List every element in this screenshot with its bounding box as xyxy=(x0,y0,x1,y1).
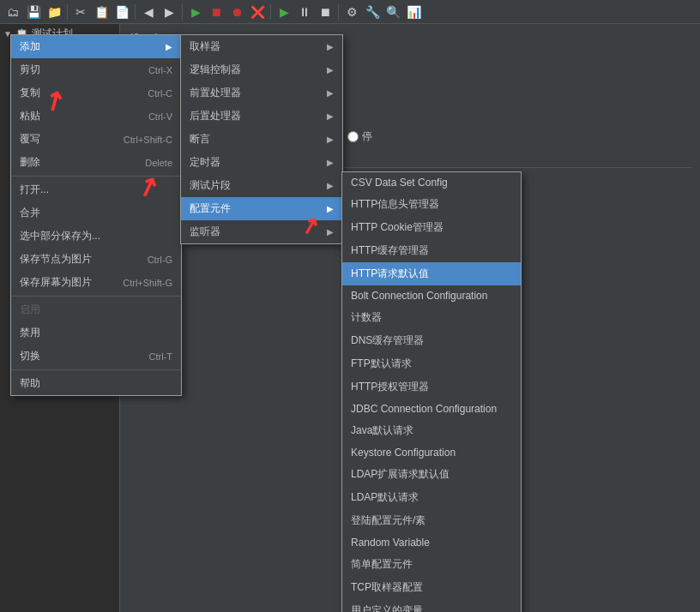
pre-processor-arrow-icon: ▶ xyxy=(327,88,334,98)
menu3-http-cookie[interactable]: HTTP Cookie管理器 xyxy=(342,216,521,239)
menu3-ldap-ext[interactable]: LDAP扩展请求默认值 xyxy=(342,463,521,486)
menu3-tcp[interactable]: TCP取样器配置 xyxy=(342,576,521,599)
timer-arrow-icon: ▶ xyxy=(327,158,334,167)
menu2-post-processor-label: 后置处理器 xyxy=(190,109,241,123)
toggle-shortcut: Ctrl-T xyxy=(149,351,173,362)
menu3-java[interactable]: Java默认请求 xyxy=(342,419,521,442)
paste-shortcut: Ctrl-V xyxy=(148,111,172,122)
menu3-user-vars-1[interactable]: 用户定义的变量 xyxy=(342,599,521,612)
menu2-logic-ctrl[interactable]: 逻辑控制器 ▶ xyxy=(181,58,342,81)
listener-arrow-icon: ▶ xyxy=(327,227,334,237)
menu2-listener[interactable]: 监听器 ▶ xyxy=(181,220,342,243)
menu3-ldap[interactable]: LDAP默认请求 xyxy=(342,486,521,509)
menu3-http-cookie-label: HTTP Cookie管理器 xyxy=(351,220,444,235)
menu-sep-3 xyxy=(11,369,181,370)
menu3-simple-config-label: 简单配置元件 xyxy=(351,557,413,572)
menu-item-save-node-img-label: 保存节点为图片 xyxy=(20,252,92,267)
assertion-arrow-icon: ▶ xyxy=(327,135,334,144)
menu-item-cut-label: 剪切 xyxy=(20,63,40,77)
post-processor-arrow-icon: ▶ xyxy=(327,111,334,121)
config-element-arrow-icon: ▶ xyxy=(327,204,334,213)
menu2-config-element[interactable]: 配置元件 ▶ xyxy=(181,197,342,220)
menu3-http-cache-label: HTTP缓存管理器 xyxy=(351,243,429,258)
menu3-ftp-label: FTP默认请求 xyxy=(351,357,412,371)
menu-item-merge[interactable]: 合并 xyxy=(11,201,181,225)
menu-item-add-label: 添加 xyxy=(20,39,40,54)
menu3-login[interactable]: 登陆配置元件/素 xyxy=(342,509,521,532)
menu-item-copy-label: 复制 xyxy=(20,86,40,100)
menu3-dns-label: DNS缓存管理器 xyxy=(351,333,424,348)
menu-item-paste[interactable]: 粘贴 Ctrl-V xyxy=(11,105,181,128)
menu-item-help[interactable]: 帮助 xyxy=(11,372,181,395)
menu-item-enable-label: 启用 xyxy=(20,303,40,317)
menu-item-open[interactable]: 打开... xyxy=(11,178,181,201)
menu2-listener-label: 监听器 xyxy=(190,225,220,239)
menu-item-copy[interactable]: 复制 Ctrl-C xyxy=(11,81,181,105)
menu3-random-var-label: Random Variable xyxy=(351,537,430,549)
menu2-logic-ctrl-label: 逻辑控制器 xyxy=(190,63,241,77)
menu2-sampler[interactable]: 取样器 ▶ xyxy=(181,35,342,58)
menu3-login-label: 登陆配置元件/素 xyxy=(351,513,425,528)
menu3-csv-label: CSV Data Set Config xyxy=(351,177,448,189)
menu-item-toggle[interactable]: 切换 Ctrl-T xyxy=(11,345,181,368)
menu-item-open-label: 打开... xyxy=(20,183,49,197)
menu2-assertion[interactable]: 断言 ▶ xyxy=(181,128,342,151)
cut-shortcut: Ctrl-X xyxy=(148,65,172,75)
menu3-keystore[interactable]: Keystore Configuration xyxy=(342,442,521,463)
menu-item-disable[interactable]: 禁用 xyxy=(11,321,181,345)
menu3-counter-label: 计数器 xyxy=(351,310,382,325)
menu3-http-header-label: HTTP信息头管理器 xyxy=(351,197,439,212)
menu-item-delete-label: 删除 xyxy=(20,155,40,170)
menu3-java-label: Java默认请求 xyxy=(351,423,413,438)
menu3-http-default[interactable]: HTTP请求默认值 xyxy=(342,262,521,285)
menu3-dns[interactable]: DNS缓存管理器 xyxy=(342,329,521,352)
menu-item-save-screen-img-label: 保存屏幕为图片 xyxy=(20,275,92,290)
menu-item-toggle-label: 切换 xyxy=(20,349,40,363)
sampler-arrow-icon: ▶ xyxy=(327,42,334,51)
logic-ctrl-arrow-icon: ▶ xyxy=(327,65,334,75)
menu-item-overwrite-label: 覆写 xyxy=(20,132,40,147)
menu2-pre-processor[interactable]: 前置处理器 ▶ xyxy=(181,81,342,105)
menu3-simple-config[interactable]: 简单配置元件 xyxy=(342,553,521,576)
menu3-tcp-label: TCP取样器配置 xyxy=(351,580,423,595)
context-menu-1[interactable]: 添加 ▶ 剪切 Ctrl-X 复制 Ctrl-C 粘贴 Ctrl-V 覆写 Ct… xyxy=(10,34,182,396)
menu2-timer[interactable]: 定时器 ▶ xyxy=(181,151,342,174)
save-node-shortcut: Ctrl-G xyxy=(148,255,172,265)
menu-item-overwrite[interactable]: 覆写 Ctrl+Shift-C xyxy=(11,128,181,151)
menu2-test-fragment[interactable]: 测试片段 ▶ xyxy=(181,174,342,197)
menu-item-save-node-img[interactable]: 保存节点为图片 Ctrl-G xyxy=(11,248,181,271)
menu-item-save-screen-img[interactable]: 保存屏幕为图片 Ctrl+Shift-G xyxy=(11,271,181,294)
context-menu-overlay: 添加 ▶ 剪切 Ctrl-X 复制 Ctrl-C 粘贴 Ctrl-V 覆写 Ct… xyxy=(0,0,700,612)
menu-item-delete[interactable]: 删除 Delete xyxy=(11,151,181,174)
menu-item-add[interactable]: 添加 ▶ xyxy=(11,35,181,58)
menu-item-paste-label: 粘贴 xyxy=(20,109,40,123)
menu-item-save-selected-label: 选中部分保存为... xyxy=(20,229,100,243)
menu3-http-cache[interactable]: HTTP缓存管理器 xyxy=(342,239,521,262)
menu-item-save-selected[interactable]: 选中部分保存为... xyxy=(11,225,181,248)
menu-item-merge-label: 合并 xyxy=(20,206,40,220)
menu3-ldap-ext-label: LDAP扩展请求默认值 xyxy=(351,467,450,482)
delete-shortcut: Delete xyxy=(145,158,172,168)
copy-shortcut: Ctrl-C xyxy=(148,88,172,99)
context-menu-3[interactable]: CSV Data Set Config HTTP信息头管理器 HTTP Cook… xyxy=(341,171,522,612)
menu3-jdbc[interactable]: JDBC Connection Configuration xyxy=(342,399,521,419)
menu3-counter[interactable]: 计数器 xyxy=(342,306,521,329)
save-screen-shortcut: Ctrl+Shift-G xyxy=(123,278,172,288)
menu-item-cut[interactable]: 剪切 Ctrl-X xyxy=(11,58,181,81)
menu3-bolt-label: Bolt Connection Configuration xyxy=(351,290,487,302)
menu3-random-var[interactable]: Random Variable xyxy=(342,532,521,553)
menu3-http-header[interactable]: HTTP信息头管理器 xyxy=(342,193,521,216)
menu3-csv[interactable]: CSV Data Set Config xyxy=(342,172,521,193)
menu2-pre-processor-label: 前置处理器 xyxy=(190,86,241,100)
menu2-timer-label: 定时器 xyxy=(190,155,220,170)
menu3-user-vars-1-label: 用户定义的变量 xyxy=(351,603,423,612)
menu3-jdbc-label: JDBC Connection Configuration xyxy=(351,403,497,415)
menu2-sampler-label: 取样器 xyxy=(190,39,220,54)
menu3-ldap-label: LDAP默认请求 xyxy=(351,490,419,505)
menu3-bolt[interactable]: Bolt Connection Configuration xyxy=(342,285,521,306)
menu3-http-auth[interactable]: HTTP授权管理器 xyxy=(342,375,521,399)
menu2-post-processor[interactable]: 后置处理器 ▶ xyxy=(181,105,342,128)
menu-sep-1 xyxy=(11,176,181,177)
context-menu-2[interactable]: 取样器 ▶ 逻辑控制器 ▶ 前置处理器 ▶ 后置处理器 ▶ 断言 ▶ 定时器 ▶… xyxy=(180,34,343,244)
menu3-ftp[interactable]: FTP默认请求 xyxy=(342,352,521,375)
